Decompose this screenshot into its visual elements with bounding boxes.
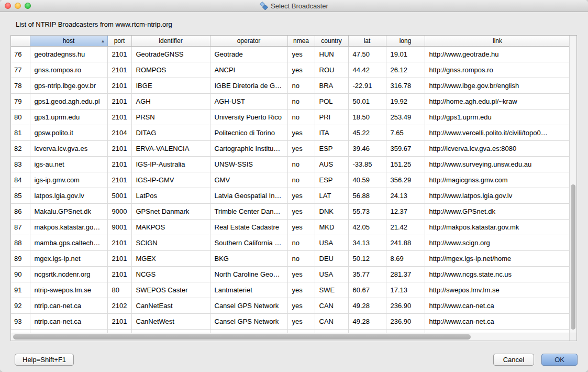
column-header-identifier[interactable]: identifier [131, 36, 210, 46]
column-header-nmea[interactable]: nmea [287, 36, 315, 46]
cell-operator: North Caroline Geo… [210, 266, 287, 282]
cell-lat: 42.05 [348, 219, 386, 235]
cell-host: latpos.lgia.gov.lv [30, 188, 107, 203]
column-header-long[interactable]: long [386, 36, 425, 46]
horizontal-scrollbar[interactable] [11, 333, 569, 341]
cell-operator: Latvia Geospatial In… [210, 188, 287, 203]
table-row[interactable]: 91ntrip-swepos.lm.se80SWEPOS CasterLantm… [11, 282, 569, 298]
table-row[interactable]: 77gnss.rompos.ro2101ROMPOSANCPIyesROU44.… [11, 62, 569, 78]
column-header-host[interactable]: host▲ [30, 36, 107, 46]
cell-num: 92 [11, 298, 30, 313]
column-header-rownum[interactable] [11, 36, 30, 46]
table-row[interactable]: 87makpos.katastar.go…9001MAKPOSReal Esta… [11, 219, 569, 235]
column-header-country[interactable]: country [315, 36, 348, 46]
cell-nmea: yes [287, 46, 315, 62]
cell-host: makpos.katastar.go… [30, 219, 107, 235]
cell-port: 9001 [107, 219, 131, 235]
table-row[interactable]: 85latpos.lgia.gov.lv5001LatPosLatvia Geo… [11, 188, 569, 203]
cell-operator: BKG [210, 250, 287, 266]
cell-num: 84 [11, 172, 30, 188]
cell-lat: 45.22 [348, 125, 386, 140]
table-row[interactable]: 81gpsw.polito.it2104DITAGPolitecnico di … [11, 125, 569, 140]
column-header-lat[interactable]: lat [348, 36, 386, 46]
cell-num: 87 [11, 219, 30, 235]
cell-country: SWE [315, 282, 348, 298]
cell-link: http://swepos.lmv.lm.se [425, 282, 569, 298]
cell-link: http://www.scign.org [425, 235, 569, 250]
cell-identifier: MGEX [131, 250, 210, 266]
cell-operator: Lantmateriet [210, 282, 287, 298]
select-broadcaster-dialog: Select Broadcaster List of NTRIP Broadca… [0, 0, 588, 372]
cell-link: http://www.latpos.lgia.gov.lv [425, 188, 569, 203]
sort-ascending-icon: ▲ [101, 38, 105, 43]
cell-host: gpsw.polito.it [30, 125, 107, 140]
vertical-scrollbar-thumb[interactable] [571, 184, 575, 330]
table-row[interactable]: 79gps1.geod.agh.edu.pl2101AGHAGH-USTnoPO… [11, 93, 569, 109]
close-button[interactable] [5, 3, 11, 9]
column-header-label: lat [364, 37, 371, 45]
cell-nmea: no [287, 172, 315, 188]
cell-long: 26.12 [386, 62, 425, 78]
column-header-label: identifier [159, 37, 182, 45]
cell-host: ntrip… [30, 329, 107, 333]
cell-port: 5001 [107, 188, 131, 203]
table-row[interactable]: 78gps-ntrip.ibge.gov.br2101IBGEIGBE Dire… [11, 78, 569, 93]
cell-link: http://gnss.rompos.ro [425, 62, 569, 78]
cell-long: 281.37 [386, 266, 425, 282]
table-row[interactable]: 76geotradegnss.hu2101GeotradeGNSSGeotrad… [11, 46, 569, 62]
help-button[interactable]: Help=Shift+F1 [15, 354, 74, 366]
table-row[interactable]: 86Makalu.GPSnet.dk9000GPSnet DanmarkTrim… [11, 203, 569, 219]
cell-port: 2101 [107, 172, 131, 188]
table-row[interactable]: 90ncgsrtk.ncdenr.org2101NCGSNorth Caroli… [11, 266, 569, 282]
cell-long: 151.25 [386, 156, 425, 172]
cell-link: http://www.ibge.gov.br/english [425, 78, 569, 93]
horizontal-scrollbar-thumb[interactable] [13, 334, 471, 340]
zoom-button[interactable] [25, 3, 31, 9]
cell-link: http://www.surveying.unsw.edu.au [425, 156, 569, 172]
table-row[interactable]: 92ntrip.can-net.ca2102CanNetEastCansel G… [11, 298, 569, 313]
table-row[interactable]: 89mgex.igs-ip.net2101MGEXBKGnoDEU50.128.… [11, 250, 569, 266]
vertical-scrollbar[interactable] [569, 36, 576, 333]
column-header-operator[interactable]: operator [210, 36, 287, 46]
cell-port: 2101 [107, 235, 131, 250]
table-row[interactable]: 84igs-ip.gmv.com2101IGS-IP-GMVGMVnoESP40… [11, 172, 569, 188]
cell-country: MKD [315, 219, 348, 235]
cell-num: 82 [11, 140, 30, 156]
cell-operator: Southern California … [210, 235, 287, 250]
cell-long: 236.90 [386, 313, 425, 329]
column-header-port[interactable]: port [107, 36, 131, 46]
cell-long: 241.88 [386, 235, 425, 250]
table-row[interactable]: 82icverva.icv.gva.es2101ERVA-VALENCIACar… [11, 140, 569, 156]
cell-country: ITA [315, 125, 348, 140]
cell-num: 86 [11, 203, 30, 219]
table-row[interactable]: 93ntrip.can-net.ca2101CanNetWestCansel G… [11, 313, 569, 329]
ok-button[interactable]: OK [541, 354, 578, 366]
titlebar[interactable]: Select Broadcaster [0, 0, 588, 12]
cell-long: 316.78 [386, 78, 425, 93]
cell-lat: 60.67 [348, 282, 386, 298]
table-row[interactable]: 88mamba.gps.caltech…2101SCIGNSouthern Ca… [11, 235, 569, 250]
column-header-label: host [63, 37, 75, 45]
cell-link: http://home.agh.edu.pl/~kraw [425, 93, 569, 109]
cell-country: CAN [315, 313, 348, 329]
cell-lat: 50.01 [348, 93, 386, 109]
cell-port: 2102 [107, 298, 131, 313]
cell-host: mamba.gps.caltech… [30, 235, 107, 250]
minimize-button[interactable] [15, 3, 21, 9]
cell-lat: -33.85 [348, 156, 386, 172]
cell-identifier: ROMPOS [131, 62, 210, 78]
footer: Help=Shift+F1 Cancel OK [0, 354, 588, 366]
table-row[interactable]: 83igs-au.net2101IGS-IP-AustraliaUNSW-SSI… [11, 156, 569, 172]
table-row[interactable]: 94ntrip…2101RTI…Rebell Transportatio…USA… [11, 329, 569, 333]
cell-long: 278.50 [386, 329, 425, 333]
column-header-link[interactable]: link [425, 36, 569, 46]
cell-port: 2101 [107, 140, 131, 156]
cell-identifier: SCIGN [131, 235, 210, 250]
table-row[interactable]: 80gps1.uprm.edu2101PRSNUniversity Puerto… [11, 109, 569, 125]
cell-num: 88 [11, 235, 30, 250]
cell-lat: 34.13 [348, 235, 386, 250]
cell-nmea: yes [287, 188, 315, 203]
cell-port: 2101 [107, 156, 131, 172]
cell-num: 80 [11, 109, 30, 125]
cancel-button[interactable]: Cancel [493, 354, 534, 366]
